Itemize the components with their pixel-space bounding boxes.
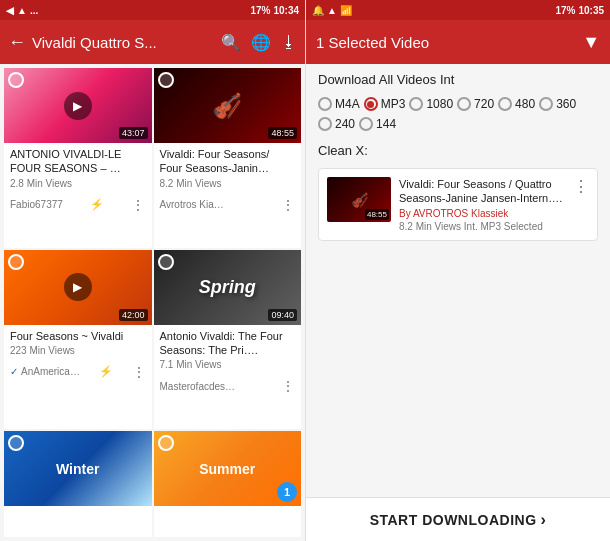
verified-icon: ✓ bbox=[10, 366, 18, 377]
more-icon[interactable]: ⋮ bbox=[132, 364, 146, 380]
channel-name: Masterofacdes… bbox=[160, 381, 236, 392]
selected-video-info: Vivaldi: Four Seasons / Quattro Seasons-… bbox=[399, 177, 565, 232]
video-footer: Avrotros Kia… ⋮ bbox=[154, 195, 302, 217]
select-circle[interactable] bbox=[8, 435, 24, 451]
format-option-240[interactable]: 240 bbox=[318, 117, 355, 131]
start-download-button[interactable]: START DOWNLOADING › bbox=[370, 511, 547, 529]
channel-info: Masterofacdes… bbox=[160, 381, 236, 392]
list-item[interactable]: Winter bbox=[4, 431, 152, 537]
video-title: Vivaldi: Four Seasons/ Four Seasons-Jani… bbox=[160, 147, 296, 176]
radio-480[interactable] bbox=[498, 97, 512, 111]
format-label-m4a: M4A bbox=[335, 97, 360, 111]
video-views: 2.8 Min Views bbox=[10, 178, 146, 189]
winter-text: Winter bbox=[56, 461, 99, 477]
list-item[interactable]: Summer 1 bbox=[154, 431, 302, 537]
clean-label: Clean X: bbox=[318, 143, 598, 158]
left-panel: ◀ ▲ ... 17% 10:34 ← Vivaldi Quattro S...… bbox=[0, 0, 305, 541]
more-icon[interactable]: ⋮ bbox=[281, 197, 295, 213]
format-label-144: 144 bbox=[376, 117, 396, 131]
search-icon[interactable]: 🔍 bbox=[221, 33, 241, 52]
format-option-720[interactable]: 720 bbox=[457, 97, 494, 111]
right-panel: 🔔 ▲ 📶 17% 10:35 1 Selected Video ▼ Downl… bbox=[305, 0, 610, 541]
format-label-360: 360 bbox=[556, 97, 576, 111]
page-title: Vivaldi Quattro S... bbox=[32, 34, 215, 51]
radio-m4a[interactable] bbox=[318, 97, 332, 111]
status-left-icons: ◀ ▲ ... bbox=[6, 5, 38, 16]
radio-144[interactable] bbox=[359, 117, 373, 131]
format-option-m4a[interactable]: M4A bbox=[318, 97, 360, 111]
select-circle[interactable] bbox=[8, 254, 24, 270]
select-circle[interactable] bbox=[158, 72, 174, 88]
select-circle[interactable] bbox=[158, 435, 174, 451]
video-footer: Fabio67377 ⚡ ⋮ bbox=[4, 195, 152, 217]
play-button[interactable]: ▶ bbox=[64, 92, 92, 120]
selected-meta: 8.2 Min Views Int. MP3 Selected bbox=[399, 221, 565, 232]
violin-icon: 🎻 bbox=[212, 92, 242, 120]
format-label-240: 240 bbox=[335, 117, 355, 131]
format-label-720: 720 bbox=[474, 97, 494, 111]
more-options-icon[interactable]: ⋮ bbox=[573, 177, 589, 196]
globe-icon[interactable]: 🌐 bbox=[251, 33, 271, 52]
channel-name: AnAmerica… bbox=[21, 366, 80, 377]
radio-240[interactable] bbox=[318, 117, 332, 131]
video-views: 223 Min Views bbox=[10, 345, 146, 356]
radio-1080[interactable] bbox=[409, 97, 423, 111]
list-item[interactable]: ▶ 42:00 Four Seasons ~ Vivaldi 223 Min V… bbox=[4, 250, 152, 430]
duration-badge: 48:55 bbox=[268, 127, 297, 139]
more-icon[interactable]: ⋮ bbox=[281, 378, 295, 394]
spring-text: Spring bbox=[199, 277, 256, 298]
select-circle[interactable] bbox=[8, 72, 24, 88]
status-bar-right: 🔔 ▲ 📶 17% 10:35 bbox=[306, 0, 610, 20]
play-button[interactable]: ▶ bbox=[64, 273, 92, 301]
start-download-bar[interactable]: START DOWNLOADING › bbox=[306, 497, 610, 541]
video-info: Antonio Vivaldi: The Four Seasons: The P… bbox=[154, 325, 302, 377]
status-bar-left: ◀ ▲ ... 17% 10:34 bbox=[0, 0, 305, 20]
lightning-icon: ⚡ bbox=[99, 365, 113, 378]
selected-count-text: 1 Selected Video bbox=[316, 34, 429, 51]
status-right-right: 17% 10:35 bbox=[555, 5, 604, 16]
list-item[interactable]: Spring 09:40 Antonio Vivaldi: The Four S… bbox=[154, 250, 302, 430]
time-right: 10:35 bbox=[578, 5, 604, 16]
video-info: Vivaldi: Four Seasons/ Four Seasons-Jani… bbox=[154, 143, 302, 195]
format-label-480: 480 bbox=[515, 97, 535, 111]
duration-badge: 42:00 bbox=[119, 309, 148, 321]
list-item[interactable]: ▶ 43:07 ANTONIO VIVALDI-LE FOUR SEASONS … bbox=[4, 68, 152, 248]
radio-720[interactable] bbox=[457, 97, 471, 111]
selected-channel: By AVROTROS Klassiek bbox=[399, 208, 565, 219]
more-icon[interactable]: ⋮ bbox=[131, 197, 145, 213]
status-right-left: 17% 10:34 bbox=[250, 5, 299, 16]
chevron-down-icon[interactable]: ▼ bbox=[582, 32, 600, 53]
channel-name: Avrotros Kia… bbox=[160, 199, 224, 210]
top-bar-left: ← Vivaldi Quattro S... 🔍 🌐 ⭳ bbox=[0, 20, 305, 64]
back-status-icon: ◀ bbox=[6, 5, 14, 16]
download-icon[interactable]: ⭳ bbox=[281, 33, 297, 51]
wifi-icon: 📶 bbox=[340, 5, 352, 16]
format-options: M4A MP3 1080 720 480 bbox=[318, 97, 598, 131]
radio-360[interactable] bbox=[539, 97, 553, 111]
right-content: Download All Videos Int M4A MP3 1080 bbox=[306, 64, 610, 497]
notif-icon: 🔔 bbox=[312, 5, 324, 16]
selected-video-title: Vivaldi: Four Seasons / Quattro Seasons-… bbox=[399, 177, 565, 206]
select-circle[interactable] bbox=[158, 254, 174, 270]
format-option-1080[interactable]: 1080 bbox=[409, 97, 453, 111]
video-thumb: ▶ 43:07 bbox=[4, 68, 152, 143]
format-option-mp3[interactable]: MP3 bbox=[364, 97, 406, 111]
toolbar-icons: 🔍 🌐 ⭳ bbox=[221, 33, 297, 52]
radio-mp3[interactable] bbox=[364, 97, 378, 111]
back-button[interactable]: ← bbox=[8, 32, 26, 53]
dots-icon: ... bbox=[30, 5, 38, 16]
badge-count: 1 bbox=[277, 482, 297, 502]
video-title: ANTONIO VIVALDI-LE FOUR SEASONS – … bbox=[10, 147, 146, 176]
format-option-480[interactable]: 480 bbox=[498, 97, 535, 111]
format-option-144[interactable]: 144 bbox=[359, 117, 396, 131]
video-footer: Masterofacdes… ⋮ bbox=[154, 376, 302, 398]
format-option-360[interactable]: 360 bbox=[539, 97, 576, 111]
start-download-label: START DOWNLOADING bbox=[370, 512, 537, 528]
video-grid: ▶ 43:07 ANTONIO VIVALDI-LE FOUR SEASONS … bbox=[0, 64, 305, 541]
battery-text-left: 17% bbox=[250, 5, 270, 16]
video-views: 7.1 Min Views bbox=[160, 359, 296, 370]
signal-icon: ▲ bbox=[17, 5, 27, 16]
video-title: Four Seasons ~ Vivaldi bbox=[10, 329, 146, 343]
list-item[interactable]: 🎻 48:55 Vivaldi: Four Seasons/ Four Seas… bbox=[154, 68, 302, 248]
status-right-left-icons: 🔔 ▲ 📶 bbox=[312, 5, 352, 16]
